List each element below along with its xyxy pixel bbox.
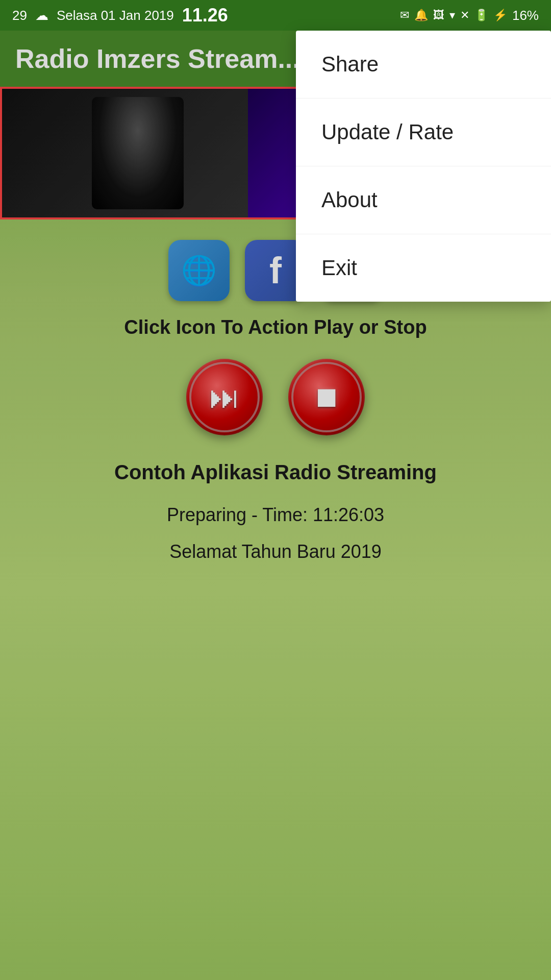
menu-item-about[interactable]: About	[296, 166, 551, 234]
status-bar-right: ✉ 🔔 🖼 ▾ ✕ 🔋 ⚡ 16%	[400, 8, 539, 23]
battery-percent: 16%	[512, 8, 539, 23]
battery-icon: 🔋	[474, 9, 488, 22]
menu-item-update-rate[interactable]: Update / Rate	[296, 99, 551, 166]
charging-icon: ⚡	[493, 9, 507, 22]
cloud-icon: ☁	[35, 8, 48, 23]
time-label: 11.26	[182, 5, 228, 26]
status-bar: 29 ☁ Selasa 01 Jan 2019 11.26 ✉ 🔔 🖼 ▾ ✕ …	[0, 0, 551, 31]
menu-item-exit[interactable]: Exit	[296, 234, 551, 302]
image-icon: 🖼	[433, 9, 444, 22]
notification-bell-icon: 🔔	[414, 9, 428, 22]
status-bar-left: 29 ☁ Selasa 01 Jan 2019 11.26	[12, 5, 228, 26]
message-icon: ✉	[400, 9, 409, 22]
signal-icon: ✕	[460, 9, 469, 22]
notification-count: 29	[12, 8, 27, 23]
datetime-label: Selasa 01 Jan 2019	[57, 8, 174, 23]
context-menu: Share Update / Rate About Exit	[296, 31, 551, 302]
wifi-icon: ▾	[449, 9, 455, 22]
menu-item-share[interactable]: Share	[296, 31, 551, 99]
